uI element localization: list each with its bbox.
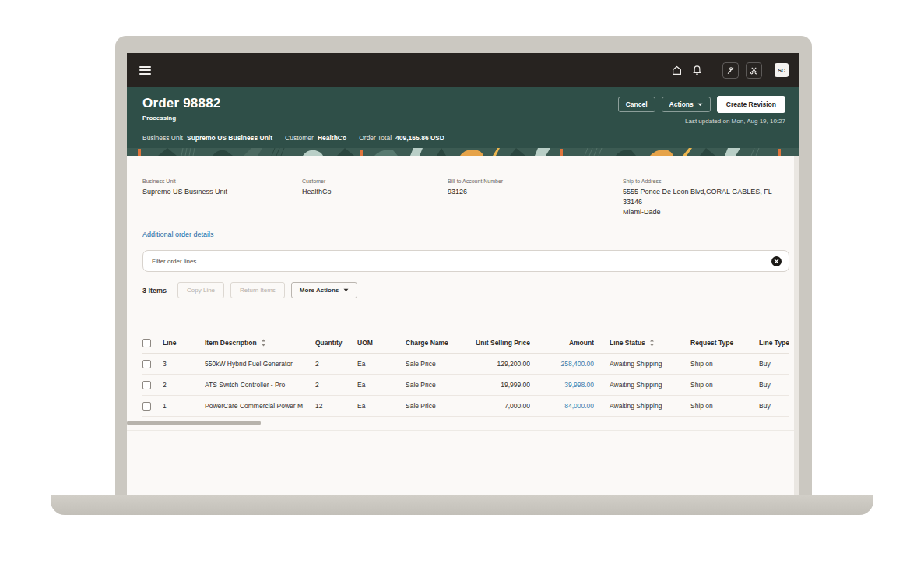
order-status-badge: Processing (142, 115, 221, 122)
summary-value: HealthCo (318, 134, 346, 142)
column-header-charge-name[interactable]: Charge Name (406, 339, 465, 347)
app-window: SC Order 98882 Processing Cancel Actions (127, 53, 799, 495)
sort-arrows-icon[interactable] (261, 339, 266, 347)
chevron-down-icon (343, 288, 349, 292)
laptop-base (51, 495, 873, 515)
decorative-pattern (127, 148, 799, 156)
order-summary-row: Business UnitSupremo US Business Unit Cu… (142, 134, 785, 142)
field-customer: Customer HealthCo (302, 178, 448, 217)
row-checkbox[interactable] (142, 402, 151, 411)
page-title: Order 98882 (142, 96, 221, 111)
filter-order-lines-field (142, 250, 789, 272)
column-header-request-type[interactable]: Request Type (690, 339, 759, 347)
home-icon[interactable] (670, 64, 683, 77)
items-toolbar: 3 Items Copy Line Return Items More Acti… (142, 282, 789, 298)
order-details-panel: Business Unit Supremo US Business Unit C… (127, 156, 799, 417)
column-header-quantity[interactable]: Quantity (315, 339, 357, 347)
return-items-button[interactable]: Return Items (230, 282, 285, 298)
row-checkbox[interactable] (142, 360, 151, 368)
column-header-uom[interactable]: UOM (357, 339, 406, 347)
column-header-line-status[interactable]: Line Status (594, 339, 690, 347)
row-checkbox[interactable] (142, 381, 151, 389)
scissors-icon[interactable] (746, 62, 762, 79)
more-actions-button[interactable]: More Actions (291, 282, 357, 298)
global-topbar: SC (127, 53, 799, 87)
detail-fields-row: Business Unit Supremo US Business Unit C… (142, 156, 789, 217)
last-updated-text: Last updated on Mon, Aug 19, 10:27 (618, 118, 785, 125)
field-bill-to-account: Bill-to Account Number 93126 (448, 178, 623, 217)
table-header-row: Line Item Description Quantity UOM Charg… (142, 333, 789, 354)
horizontal-scrollbar-thumb[interactable] (127, 421, 261, 425)
column-header-line[interactable]: Line (163, 339, 205, 347)
hamburger-menu-icon[interactable] (139, 66, 151, 75)
amount-link[interactable]: 39,998.00 (564, 381, 594, 389)
field-ship-to-address: Ship-to Address 5555 Ponce De Leon Blvd,… (623, 178, 789, 217)
column-header-amount[interactable]: Amount (530, 339, 594, 347)
order-lines-table: Line Item Description Quantity UOM Charg… (142, 333, 789, 417)
bell-icon[interactable] (690, 64, 704, 77)
user-avatar[interactable]: SC (775, 63, 789, 77)
order-header: Order 98882 Processing Cancel Actions Cr… (127, 87, 799, 148)
field-business-unit: Business Unit Supremo US Business Unit (142, 178, 302, 217)
page: SC Order 98882 Processing Cancel Actions (0, 0, 924, 578)
sort-arrows-icon[interactable] (649, 339, 655, 347)
summary-label: Order Total (359, 134, 392, 142)
amount-link[interactable]: 258,400.00 (560, 360, 594, 368)
summary-value: 409,165.86 USD (395, 134, 444, 142)
column-header-item-description[interactable]: Item Description (205, 339, 315, 347)
person-slash-icon[interactable] (722, 62, 739, 79)
table-row[interactable]: 1 PowerCare Commercial Power M 12 Ea Sal… (142, 396, 789, 417)
select-all-checkbox[interactable] (142, 339, 151, 347)
items-count: 3 Items (142, 287, 167, 294)
column-header-line-type[interactable]: Line Type (759, 339, 789, 347)
summary-label: Business Unit (142, 134, 183, 142)
actions-button[interactable]: Actions (662, 97, 711, 112)
copy-line-button[interactable]: Copy Line (177, 282, 224, 298)
cancel-button[interactable]: Cancel (618, 97, 655, 112)
summary-label: Customer (285, 134, 314, 142)
vertical-scrollbar[interactable] (794, 156, 799, 495)
chevron-down-icon (697, 103, 703, 107)
filter-input[interactable] (152, 258, 771, 265)
horizontal-scrollbar (127, 421, 799, 425)
table-row[interactable]: 3 550kW Hybrid Fuel Generator 2 Ea Sale … (142, 354, 789, 375)
table-row[interactable]: 2 ATS Switch Controller - Pro 2 Ea Sale … (142, 375, 789, 396)
additional-order-details-link[interactable]: Additional order details (142, 231, 214, 238)
summary-value: Supremo US Business Unit (187, 134, 272, 142)
create-revision-button[interactable]: Create Revision (717, 96, 785, 113)
column-header-unit-selling-price[interactable]: Unit Selling Price (465, 339, 530, 347)
amount-link[interactable]: 84,000.00 (564, 402, 594, 410)
clear-filter-icon[interactable] (771, 256, 782, 266)
section-divider (127, 430, 799, 431)
